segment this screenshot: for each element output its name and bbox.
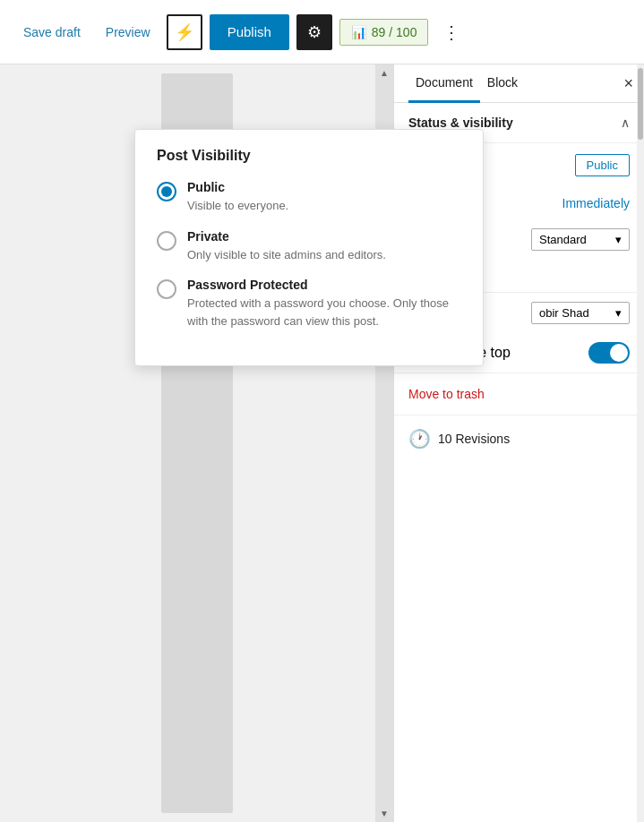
post-visibility-popup: Post Visibility Public Visible to everyo… — [134, 129, 484, 366]
format-value: Standard — [539, 233, 587, 246]
lightning-button[interactable]: ⚡ — [167, 14, 202, 50]
publish-button[interactable]: Publish — [210, 14, 289, 50]
trash-row: Move to trash — [394, 372, 644, 415]
scrollbar-thumb — [638, 68, 643, 140]
radio-private-label: Private — [187, 229, 461, 244]
sticky-toggle[interactable] — [588, 342, 630, 364]
radio-public[interactable] — [157, 182, 176, 201]
radio-private-text: Private Only visible to site admins and … — [187, 229, 461, 264]
tab-block[interactable]: Block — [480, 64, 525, 103]
move-to-trash-link[interactable]: Move to trash — [408, 387, 485, 401]
tab-document[interactable]: Document — [408, 64, 480, 103]
popup-container: Post Visibility Public Visible to everyo… — [134, 129, 484, 366]
revisions-row[interactable]: 🕐 10 Revisions — [394, 415, 644, 462]
gear-button[interactable]: ⚙ — [296, 14, 332, 50]
radio-option-password: Password Protected Protected with a pass… — [157, 278, 461, 330]
author-dropdown-icon: ▾ — [615, 306, 622, 320]
status-visibility-title: Status & visibility — [408, 116, 513, 130]
scroll-down-arrow[interactable]: ▼ — [380, 809, 389, 818]
format-dropdown-icon: ▾ — [615, 233, 622, 246]
radio-password-desc: Protected with a password you choose. On… — [187, 296, 449, 328]
radio-password-label: Password Protected — [187, 278, 461, 292]
gear-icon: ⚙ — [307, 22, 322, 42]
toolbar-left: Save draft Preview ⚡ Publish ⚙ 📊 89 / 10… — [14, 14, 630, 50]
radio-public-label: Public — [187, 180, 461, 194]
radio-public-text: Public Visible to everyone. — [187, 180, 461, 215]
radio-password-text: Password Protected Protected with a pass… — [187, 278, 461, 330]
preview-button[interactable]: Preview — [97, 20, 159, 45]
save-draft-button[interactable]: Save draft — [14, 20, 90, 45]
main-area: ▲ ▼ Document Block × Status & visibility… — [0, 64, 644, 822]
sidebar-scrollbar[interactable] — [637, 64, 644, 822]
radio-password[interactable] — [157, 279, 176, 299]
toggle-knob — [610, 344, 628, 362]
revisions-label: 10 Revisions — [438, 432, 510, 446]
scroll-up-arrow[interactable]: ▲ — [380, 68, 389, 78]
sidebar-tabs: Document Block × — [394, 64, 644, 103]
more-button[interactable]: ⋮ — [435, 18, 468, 47]
format-select[interactable]: Standard ▾ — [531, 228, 630, 251]
visibility-button[interactable]: Public — [575, 154, 630, 176]
publish-value[interactable]: Immediately — [562, 196, 630, 210]
radio-public-desc: Visible to everyone. — [187, 199, 288, 212]
score-icon: 📊 — [351, 25, 366, 39]
chevron-icon: ∧ — [621, 116, 630, 130]
score-value: 89 / 100 — [372, 25, 417, 39]
close-button[interactable]: × — [623, 74, 633, 93]
radio-option-public: Public Visible to everyone. — [157, 180, 461, 215]
toolbar: Save draft Preview ⚡ Publish ⚙ 📊 89 / 10… — [0, 0, 644, 64]
lightning-icon: ⚡ — [175, 22, 194, 42]
radio-private-desc: Only visible to site admins and editors. — [187, 248, 386, 261]
radio-option-private: Private Only visible to site admins and … — [157, 229, 461, 264]
score-button[interactable]: 📊 89 / 100 — [339, 19, 429, 46]
author-value: obir Shad — [539, 306, 589, 320]
popup-title: Post Visibility — [157, 148, 461, 164]
radio-private[interactable] — [157, 231, 176, 251]
revisions-icon: 🕐 — [408, 428, 431, 450]
author-select[interactable]: obir Shad ▾ — [531, 302, 630, 324]
